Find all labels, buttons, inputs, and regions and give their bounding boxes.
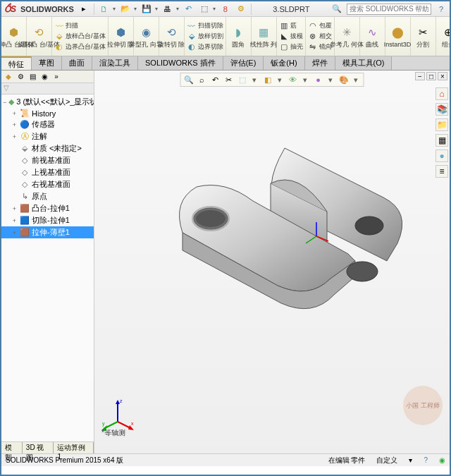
open-icon[interactable]: 📂 <box>120 4 131 15</box>
tab-0[interactable]: 特征 <box>1 56 32 70</box>
resources-icon[interactable]: ⌂ <box>435 87 448 100</box>
split-button[interactable]: ✂分割 <box>411 17 436 56</box>
tree-item[interactable]: +📜History <box>1 108 94 118</box>
orientation-triad[interactable]: zxy <box>100 397 135 432</box>
rebuild-icon[interactable]: 8 <box>220 4 231 15</box>
side-tab-2[interactable]: 运动算例 1 <box>54 442 94 453</box>
tab-5[interactable]: 评估(E) <box>223 56 264 70</box>
side-tab-1[interactable]: 3D 视图 <box>23 442 54 453</box>
sweep-button[interactable]: 〰扫描 <box>54 21 106 31</box>
zoom-fit-icon[interactable]: 🔍 <box>183 74 194 85</box>
viewport-close-icon[interactable]: × <box>438 72 447 80</box>
filter-bar[interactable]: ▽ <box>1 83 94 94</box>
custom-label[interactable]: 自定义 <box>376 456 397 465</box>
tree-root[interactable]: −◆3 (默认<<默认>_显示状态 1>) <box>1 96 94 108</box>
tab-1[interactable]: 草图 <box>32 56 62 70</box>
tree-item[interactable]: ↳原点 <box>1 190 94 202</box>
options-icon[interactable]: ⚙ <box>235 4 247 15</box>
graphics-area[interactable]: 🔍 ⌕ ↶ ✂ ⬚▾ ◧▾ 👁▾ ●▾ 🎨▾ − □ × ⌂ 📚 📁 ▦ ● ≡ <box>94 71 450 453</box>
document-title: 3.SLDPRT <box>256 5 327 13</box>
ribbon-tabs: 特征草图曲面渲染工具SOLIDWORKS 插件评估(E)钣金(H)焊件模具工具(… <box>1 56 450 71</box>
linear-pattern-button[interactable]: ▦线性阵 列 <box>252 17 277 56</box>
view-toolbar: 🔍 ⌕ ↶ ✂ ⬚▾ ◧▾ 👁▾ ●▾ 🎨▾ <box>180 73 364 87</box>
fillet-button[interactable]: ◗圆角 <box>226 17 252 56</box>
svg-text:x: x <box>131 421 134 426</box>
tree-item[interactable]: +🔵传感器 <box>1 118 94 130</box>
cut-extrude-button[interactable]: ⬢拉伸切 除 <box>109 17 134 56</box>
intersect-button[interactable]: ⊗相交 <box>308 32 332 42</box>
help-icon[interactable]: ? <box>435 4 447 15</box>
viewport-min-icon[interactable]: − <box>415 72 425 80</box>
tab-2[interactable]: 曲面 <box>62 56 92 70</box>
unit-system-icon[interactable]: ▾ <box>409 456 412 464</box>
view-orient-icon[interactable]: ⬚ <box>237 74 248 85</box>
side-tab-0[interactable]: 模型 <box>1 442 23 453</box>
tree-item[interactable]: +Ⓐ注解 <box>1 130 94 142</box>
new-icon[interactable]: 🗋 <box>99 4 110 15</box>
tree-item[interactable]: +🟫凸台-拉伸1 <box>1 202 94 214</box>
search-icon: 🔍 <box>331 4 342 15</box>
fm-config-icon[interactable]: ⚙ <box>16 72 25 82</box>
tab-4[interactable]: SOLIDWORKS 插件 <box>138 56 223 70</box>
app-name: SOLIDWORKS <box>20 5 74 13</box>
scene-icon[interactable]: ● <box>313 74 324 85</box>
tree-item[interactable]: +🟫拉伸-薄壁1 <box>1 226 94 238</box>
fm-display-icon[interactable]: ◉ <box>39 72 49 82</box>
tab-6[interactable]: 钣金(H) <box>264 56 304 70</box>
select-icon[interactable]: ⬚ <box>199 4 210 15</box>
mirror-button[interactable]: ⇋镜向 <box>308 42 332 52</box>
tree-item[interactable]: ◇前视基准面 <box>1 154 94 166</box>
tree-item[interactable]: ⬙材质 <未指定> <box>1 142 94 154</box>
rebuild-status-icon[interactable]: ◉ <box>439 456 445 464</box>
fm-tree-icon[interactable]: ◆ <box>4 72 13 82</box>
svg-point-3 <box>347 262 378 281</box>
cut-boundary-button[interactable]: ◐边界切除 <box>187 42 223 52</box>
revolve-boss-button[interactable]: ⟲旋转凸 台/基体 <box>27 17 52 56</box>
display-style-icon[interactable]: ◧ <box>262 74 273 85</box>
version-label: SOLIDWORKS Premium 2015 x64 版 <box>6 456 123 465</box>
ref-geometry-button[interactable]: ✳参考几 何体 <box>335 17 360 56</box>
tree-item[interactable]: +🟦切除-拉伸1 <box>1 214 94 226</box>
rib-button[interactable]: ▥筋 <box>279 21 303 31</box>
tab-7[interactable]: 焊件 <box>305 56 335 70</box>
combine-button[interactable]: ⊕组合 <box>436 17 450 56</box>
status-bar: SOLIDWORKS Premium 2015 x64 版 在编辑 零件 自定义… <box>1 453 450 466</box>
shell-button[interactable]: ▢抽壳 <box>279 42 303 52</box>
tree-item[interactable]: ◇右视基准面 <box>1 178 94 190</box>
save-icon[interactable]: 💾 <box>141 4 152 15</box>
hide-show-icon[interactable]: 👁 <box>288 74 299 85</box>
print-icon[interactable]: 🖶 <box>162 4 173 15</box>
edit-mode-label: 在编辑 零件 <box>328 456 366 465</box>
feature-manager-panel: ◆ ⚙ ▤ ◉ » ▽ −◆3 (默认<<默认>_显示状态 1>) +📜Hist… <box>1 71 94 453</box>
curves-button[interactable]: ∿曲线 <box>360 17 385 56</box>
extrude-boss-button[interactable]: ⬢拉伸凸 台/基体 <box>1 17 27 56</box>
menu-file-icon[interactable]: ▸ <box>78 4 89 15</box>
help-status-icon[interactable]: ? <box>424 456 428 464</box>
prev-view-icon[interactable]: ↶ <box>210 74 221 85</box>
bottom-tabs: 模型3D 视图运动算例 1 <box>1 441 94 453</box>
cut-revolve-button[interactable]: ⟲旋转切 除 <box>159 17 185 56</box>
zoom-area-icon[interactable]: ⌕ <box>197 74 208 85</box>
wrap-button[interactable]: ◠包覆 <box>308 21 332 31</box>
instant3d-button[interactable]: ⬤Instant3D <box>385 17 411 56</box>
cut-sweep-button[interactable]: 〰扫描切除 <box>187 21 223 31</box>
svg-text:z: z <box>120 398 123 403</box>
help-search-input[interactable] <box>347 4 431 15</box>
design-lib-icon[interactable]: 📚 <box>435 103 448 116</box>
draft-button[interactable]: ◣拔模 <box>279 32 303 42</box>
hole-wizard-button[interactable]: ◉异型孔 向导 <box>134 17 159 56</box>
fm-prop-icon[interactable]: ▤ <box>27 72 37 82</box>
boundary-button[interactable]: ◐边界凸台/基体 <box>54 42 106 52</box>
viewport-max-icon[interactable]: □ <box>426 72 436 80</box>
tree-item[interactable]: ◇上视基准面 <box>1 166 94 178</box>
undo-icon[interactable]: ↶ <box>183 4 194 15</box>
tab-8[interactable]: 模具工具(O) <box>335 56 393 70</box>
section-icon[interactable]: ✂ <box>223 74 235 85</box>
model-render <box>144 120 440 367</box>
fm-more-icon[interactable]: » <box>51 72 61 82</box>
appearance-icon[interactable]: 🎨 <box>338 74 350 85</box>
tab-3[interactable]: 渲染工具 <box>92 56 138 70</box>
sidebar-toolbar: ◆ ⚙ ▤ ◉ » <box>1 71 94 83</box>
cut-loft-button[interactable]: ⬙放样切割 <box>187 32 223 42</box>
loft-button[interactable]: ⬙放样凸台/基体 <box>54 32 106 42</box>
